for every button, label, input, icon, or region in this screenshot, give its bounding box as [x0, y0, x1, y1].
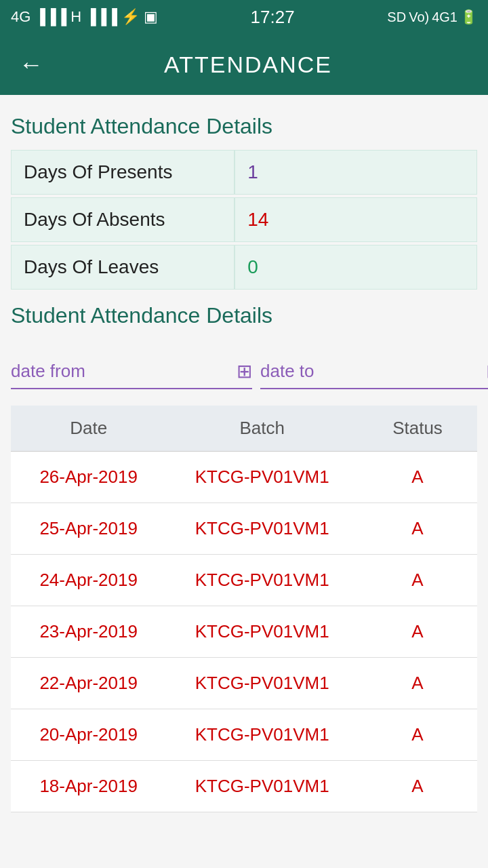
battery-icon: 🔋: [460, 9, 477, 25]
vol-icon: Vo): [409, 9, 429, 25]
table-row: 24-Apr-2019 KTCG-PV01VM1 A: [11, 555, 477, 606]
cell-status: A: [358, 503, 477, 554]
cell-date: 18-Apr-2019: [11, 761, 166, 812]
signal-icon: ▐▐▐: [35, 8, 66, 26]
main-content: Student Attendance Details Days Of Prese…: [0, 95, 488, 826]
lte-icon: 4G1: [432, 9, 458, 25]
summary-row-absents: Days Of Absents 14: [11, 197, 477, 242]
cell-date: 20-Apr-2019: [11, 709, 166, 760]
cell-batch: KTCG-PV01VM1: [166, 606, 358, 657]
col-header-date: Date: [11, 406, 166, 451]
cell-status: A: [358, 606, 477, 657]
cell-date: 22-Apr-2019: [11, 658, 166, 709]
cell-date: 23-Apr-2019: [11, 606, 166, 657]
attendance-table: Date Batch Status 26-Apr-2019 KTCG-PV01V…: [11, 406, 477, 812]
status-bar-time: 17:27: [251, 7, 295, 28]
table-row: 20-Apr-2019 KTCG-PV01VM1 A: [11, 709, 477, 761]
cell-batch: KTCG-PV01VM1: [166, 555, 358, 606]
cell-batch: KTCG-PV01VM1: [166, 658, 358, 709]
absents-value: 14: [235, 197, 477, 242]
summary-row-leaves: Days Of Leaves 0: [11, 245, 477, 290]
status-bar-right: SD Vo) 4G1 🔋: [387, 9, 477, 25]
date-from-wrapper: ⊞: [11, 360, 252, 389]
usb-icon: ⚡: [121, 8, 140, 26]
table-row: 26-Apr-2019 KTCG-PV01VM1 A: [11, 452, 477, 503]
col-header-status: Status: [358, 406, 477, 451]
date-from-input[interactable]: [11, 361, 231, 382]
cell-status: A: [358, 709, 477, 760]
extra-icon: ▣: [144, 8, 158, 26]
table-header: Date Batch Status: [11, 406, 477, 452]
date-to-wrapper: ⊞: [260, 360, 488, 389]
cell-batch: KTCG-PV01VM1: [166, 452, 358, 502]
cell-batch: KTCG-PV01VM1: [166, 709, 358, 760]
cell-batch: KTCG-PV01VM1: [166, 503, 358, 554]
cell-status: A: [358, 761, 477, 812]
table-row: 18-Apr-2019 KTCG-PV01VM1 A: [11, 761, 477, 812]
leaves-label: Days Of Leaves: [11, 245, 235, 290]
table-row: 22-Apr-2019 KTCG-PV01VM1 A: [11, 658, 477, 709]
back-button[interactable]: ←: [14, 45, 49, 84]
table-row: 25-Apr-2019 KTCG-PV01VM1 A: [11, 503, 477, 555]
col-header-batch: Batch: [166, 406, 358, 451]
cell-date: 24-Apr-2019: [11, 555, 166, 606]
section2-title: Student Attendance Details: [11, 303, 477, 328]
table-row: 23-Apr-2019 KTCG-PV01VM1 A: [11, 606, 477, 658]
network-icon: 4G: [11, 8, 30, 26]
cell-date: 25-Apr-2019: [11, 503, 166, 554]
section1-title: Student Attendance Details: [11, 114, 477, 139]
date-from-inner: ⊞: [11, 360, 252, 389]
date-to-input[interactable]: [260, 361, 481, 382]
status-bar-left: 4G ▐▐▐ H ▐▐▐ ⚡ ▣: [11, 8, 158, 26]
h-icon: H: [70, 8, 81, 26]
cell-status: A: [358, 555, 477, 606]
status-bar: 4G ▐▐▐ H ▐▐▐ ⚡ ▣ 17:27 SD Vo) 4G1 🔋: [0, 0, 488, 34]
cell-status: A: [358, 658, 477, 709]
absents-label: Days Of Absents: [11, 197, 235, 242]
attendance-rows-container: 26-Apr-2019 KTCG-PV01VM1 A 25-Apr-2019 K…: [11, 452, 477, 812]
summary-row-presents: Days Of Presents 1: [11, 150, 477, 195]
presents-value: 1: [235, 150, 477, 195]
presents-label: Days Of Presents: [11, 150, 235, 195]
summary-table: Days Of Presents 1 Days Of Absents 14 Da…: [11, 150, 477, 290]
cell-batch: KTCG-PV01VM1: [166, 761, 358, 812]
page-title: ATTENDANCE: [62, 52, 474, 78]
leaves-value: 0: [235, 245, 477, 290]
calendar-from-icon[interactable]: ⊞: [237, 360, 252, 382]
date-to-inner: ⊞: [260, 360, 488, 389]
sd-icon: SD: [387, 9, 406, 25]
cell-status: A: [358, 452, 477, 502]
cell-date: 26-Apr-2019: [11, 452, 166, 502]
h-signal-icon: ▐▐▐: [85, 8, 117, 26]
top-bar: ← ATTENDANCE: [0, 34, 488, 95]
date-filter: ⊞ ⊞ GO: [11, 339, 477, 389]
